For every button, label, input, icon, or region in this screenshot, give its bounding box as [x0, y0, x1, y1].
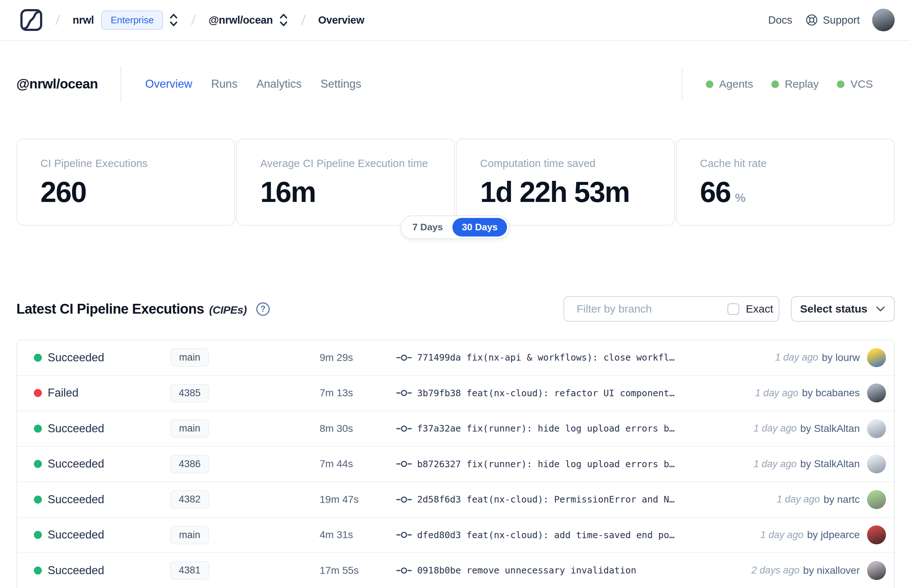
commit-text: 771499da fix(nx-api & workflows): close … — [417, 352, 775, 363]
help-icon[interactable]: ? — [256, 302, 270, 316]
status-dot — [34, 425, 42, 433]
branch-column: main — [153, 419, 226, 438]
author-avatar[interactable] — [867, 490, 886, 509]
git-commit-icon — [396, 566, 412, 575]
branch-badge[interactable]: main — [170, 348, 209, 367]
docs-link[interactable]: Docs — [768, 14, 792, 26]
user-avatar[interactable] — [872, 9, 895, 31]
branch-badge[interactable]: 4381 — [170, 561, 209, 580]
section-title-text: Latest CI Pipeline Executions — [16, 301, 204, 317]
duration-text: 19m 47s — [320, 494, 389, 506]
status-select-label: Select status — [800, 303, 867, 315]
stat-value-suffix: % — [735, 191, 745, 205]
author-avatar[interactable] — [867, 525, 886, 544]
life-buoy-icon — [805, 13, 818, 27]
cipe-row[interactable]: Succeeded438117m 55s0918b0be remove unne… — [17, 553, 894, 588]
branch-badge[interactable]: 4386 — [170, 455, 209, 473]
commit-text: b8726327 fix(runner): hide log upload er… — [417, 459, 753, 469]
stat-value: 16m — [260, 175, 447, 209]
cipe-row[interactable]: Succeededmain4m 31sdfed80d3 feat(nx-clou… — [17, 518, 894, 553]
cipe-table: Succeededmain9m 29s771499da fix(nx-api &… — [16, 339, 895, 588]
service-status-agents[interactable]: Agents — [706, 78, 753, 90]
author-avatar[interactable] — [867, 383, 886, 402]
branch-column: 4381 — [153, 561, 226, 580]
commit-text: 2d58f6d3 feat(nx-cloud): PermissionError… — [417, 494, 777, 505]
stat-value: 66% — [700, 175, 887, 209]
section-title: Latest CI Pipeline Executions (CIPEs) — [16, 301, 247, 317]
row-meta: 1 day agoby StalkAltan — [753, 423, 860, 435]
author-avatar[interactable] — [867, 454, 886, 473]
cipe-row[interactable]: Succeeded438219m 47s2d58f6d3 feat(nx-clo… — [17, 482, 894, 518]
time-ago: 2 days ago — [751, 565, 799, 576]
stat-label: CI Pipeline Executions — [40, 158, 227, 170]
branch-badge[interactable]: main — [170, 419, 209, 438]
tab-settings[interactable]: Settings — [320, 78, 361, 90]
branch-badge[interactable]: 4382 — [170, 490, 209, 509]
service-status-vcs[interactable]: VCS — [837, 78, 873, 90]
workspace-switcher-icon[interactable] — [279, 13, 288, 27]
row-meta: 1 day agoby StalkAltan — [753, 458, 860, 470]
stat-value: 1d 22h 53m — [480, 175, 667, 209]
nx-cloud-logo-icon[interactable] — [20, 9, 43, 31]
breadcrumb-workspace[interactable]: @nrwl/ocean — [209, 14, 273, 26]
branch-column: 4386 — [153, 455, 226, 473]
cipe-row[interactable]: Failed43857m 13s3b79fb38 feat(nx-cloud):… — [17, 376, 894, 412]
author-avatar[interactable] — [867, 561, 886, 580]
cipe-row[interactable]: Succeededmain9m 29s771499da fix(nx-api &… — [17, 340, 894, 376]
exact-checkbox-label: Exact — [746, 303, 773, 315]
section-title-suffix: (CIPEs) — [209, 304, 247, 316]
service-status-replay[interactable]: Replay — [771, 78, 819, 90]
tab-analytics[interactable]: Analytics — [256, 78, 301, 90]
time-ago: 1 day ago — [755, 388, 798, 399]
author-text: by nixallover — [803, 565, 860, 577]
git-commit-icon — [396, 460, 412, 468]
divider — [682, 68, 682, 100]
range-option-7-days[interactable]: 7 Days — [403, 218, 453, 236]
author-text: by StalkAltan — [800, 423, 860, 435]
status-dot — [34, 389, 42, 397]
service-status-list: AgentsReplayVCS — [706, 78, 873, 90]
status-text: Succeeded — [48, 564, 153, 577]
author-avatar[interactable] — [867, 348, 886, 367]
git-commit-icon — [396, 530, 412, 539]
git-commit-icon — [396, 389, 412, 397]
duration-text: 17m 55s — [320, 565, 389, 577]
time-ago: 1 day ago — [760, 530, 804, 541]
page: / nrwl Enterprise / @nrwl/ocean / Overvi… — [0, 0, 910, 588]
branch-badge[interactable]: 4385 — [170, 384, 209, 402]
tab-runs[interactable]: Runs — [211, 78, 237, 90]
org-switcher-icon[interactable] — [169, 13, 178, 27]
branch-column: 4382 — [153, 490, 226, 509]
stat-label: Cache hit rate — [700, 158, 887, 170]
commit-text: 0918b0be remove unnecessary invalidation — [417, 565, 751, 576]
support-link[interactable]: Support — [805, 13, 860, 27]
stat-card: Cache hit rate66% — [676, 139, 895, 226]
tab-overview[interactable]: Overview — [145, 78, 192, 90]
cipe-row[interactable]: Succeeded43867m 44sb8726327 fix(runner):… — [17, 447, 894, 483]
chevron-down-icon — [875, 305, 886, 313]
status-select[interactable]: Select status — [791, 296, 895, 321]
breadcrumb-org[interactable]: nrwl — [73, 14, 94, 26]
branch-badge[interactable]: main — [170, 526, 209, 544]
filter-controls: Exact Select status — [564, 296, 895, 321]
status-dot — [34, 531, 42, 539]
range-option-30-days[interactable]: 30 Days — [453, 218, 507, 236]
author-text: by StalkAltan — [800, 458, 860, 470]
breadcrumb-separator: / — [191, 12, 196, 28]
breadcrumb-separator: / — [300, 12, 306, 28]
git-commit-icon — [396, 495, 412, 504]
cipe-section-header: Latest CI Pipeline Executions (CIPEs) ? … — [16, 296, 895, 322]
row-meta: 1 day agoby bcabanes — [755, 387, 860, 399]
row-meta: 1 day agoby jdpearce — [760, 529, 860, 541]
status-dot — [34, 567, 42, 575]
exact-checkbox[interactable] — [727, 303, 739, 315]
workspace-header: @nrwl/ocean OverviewRunsAnalyticsSetting… — [16, 67, 895, 101]
cipe-row[interactable]: Succeededmain8m 30sf37a32ae fix(runner):… — [17, 411, 894, 447]
author-avatar[interactable] — [867, 419, 886, 438]
git-commit-icon — [396, 424, 412, 433]
author-text: by nartc — [823, 494, 860, 506]
duration-text: 8m 30s — [320, 423, 389, 435]
status-text: Succeeded — [48, 528, 153, 541]
top-nav: / nrwl Enterprise / @nrwl/ocean / Overvi… — [0, 0, 910, 41]
branch-filter-input[interactable] — [564, 297, 717, 321]
